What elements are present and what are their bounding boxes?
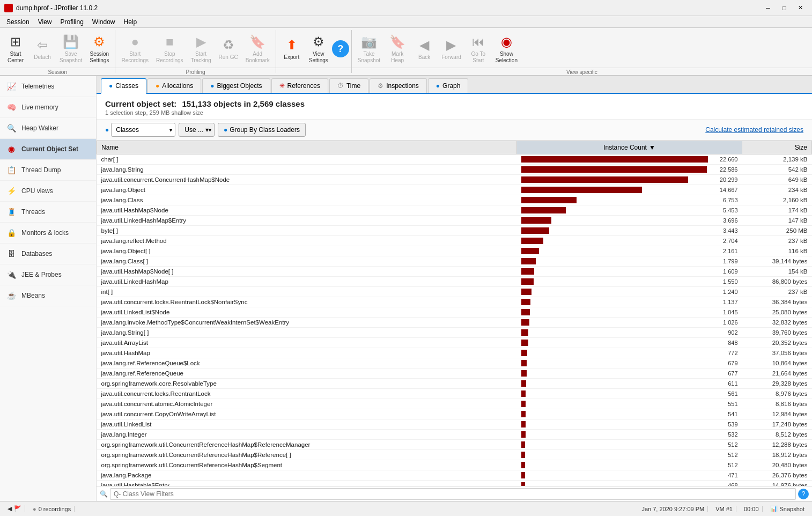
table-row[interactable]: int[ ]1,240237 kB — [97, 287, 812, 297]
table-row[interactable]: java.util.concurrent.locks.ReentrantLock… — [97, 297, 812, 307]
classes-select[interactable]: Classes — [111, 123, 175, 137]
sidebar-item-cpu-views[interactable]: ⚡ CPU views — [0, 181, 96, 202]
view-settings-button[interactable]: ⚙ ViewSettings — [305, 30, 332, 68]
sidebar-item-live-memory[interactable]: 🧠 Live memory — [0, 97, 96, 118]
table-row[interactable]: java.lang.Class[ ]1,79939,144 bytes — [97, 256, 812, 267]
main-layout: 📈 Telemetries 🧠 Live memory 🔍 Heap Walke… — [0, 76, 812, 501]
nav-flag-icon[interactable]: 🚩 — [14, 505, 21, 512]
table-row[interactable]: java.util.LinkedHashMap$Entry3,696147 kB — [97, 216, 812, 226]
table-row[interactable]: java.util.concurrent.CopyOnWriteArrayLis… — [97, 409, 812, 419]
row-size: 10,864 bytes — [742, 358, 812, 368]
table-row[interactable]: java.util.concurrent.locks.ReentrantLock… — [97, 389, 812, 399]
row-size: 12,288 bytes — [742, 440, 812, 450]
sidebar-item-mbeans[interactable]: ☕ MBeans — [0, 285, 96, 306]
go-to-start-button[interactable]: ⏮ Go ToStart — [465, 30, 492, 68]
group-by-class-loaders-button[interactable]: ● Group By Class Loaders — [218, 123, 306, 137]
menu-help[interactable]: Help — [120, 17, 142, 27]
add-bookmark-button[interactable]: 🔖 AddBookmark — [242, 30, 274, 68]
table-row[interactable]: java.lang.String[ ]90239,760 bytes — [97, 328, 812, 338]
help-button[interactable]: ? — [332, 40, 349, 57]
tab-references[interactable]: ✳ References — [271, 78, 328, 93]
run-gc-button[interactable]: ♻ Run GC — [215, 30, 242, 68]
mbeans-icon: ☕ — [5, 290, 17, 301]
table-row[interactable]: java.util.Hashtable$Entry46814,976 bytes — [97, 481, 812, 486]
row-count: 20,299 — [517, 175, 742, 185]
table-row[interactable]: java.lang.invoke.MethodType$ConcurrentWe… — [97, 318, 812, 328]
forward-button[interactable]: ▶ Forward — [438, 30, 465, 68]
table-row[interactable]: java.util.HashMap$Node[ ]1,609154 kB — [97, 267, 812, 277]
mark-heap-button[interactable]: 🔖 MarkHeap — [384, 30, 411, 68]
table-row[interactable]: java.util.HashMap77237,056 bytes — [97, 348, 812, 358]
stop-recordings-button[interactable]: ■ StopRecordings — [152, 30, 187, 68]
show-selection-button[interactable]: ◉ ShowSelection — [492, 30, 521, 68]
column-header-size[interactable]: Size — [742, 141, 812, 154]
table-row[interactable]: org.springframework.util.ConcurrentRefer… — [97, 440, 812, 450]
sidebar-item-jee-probes[interactable]: 🔌 JEE & Probes — [0, 264, 96, 285]
table-row[interactable]: java.util.concurrent.ConcurrentHashMap$N… — [97, 175, 812, 185]
tab-biggest-objects[interactable]: ● Biggest Objects — [202, 78, 270, 93]
tab-graph[interactable]: ● Graph — [428, 78, 469, 93]
sidebar-item-label: MBeans — [21, 292, 45, 299]
table-row[interactable]: java.lang.Integer5328,512 bytes — [97, 430, 812, 440]
maximize-button[interactable]: □ — [777, 3, 792, 13]
row-count: 22,586 — [517, 165, 742, 175]
table-row[interactable]: java.lang.ref.ReferenceQueue$Lock67910,8… — [97, 358, 812, 368]
table-row[interactable]: java.lang.reflect.Method2,704237 kB — [97, 236, 812, 246]
table-row[interactable]: org.springframework.util.ConcurrentRefer… — [97, 450, 812, 460]
filter-help-button[interactable]: ? — [798, 489, 809, 499]
tab-classes[interactable]: ● Classes — [101, 78, 146, 94]
menu-view[interactable]: View — [34, 17, 56, 27]
threads-icon: 🧵 — [5, 206, 17, 218]
table-row[interactable]: org.springframework.core.ResolvableType6… — [97, 379, 812, 389]
detach-button[interactable]: ⇦ Detach — [29, 30, 56, 68]
column-header-name[interactable]: Name — [97, 141, 517, 154]
table-row[interactable]: java.lang.Class6,7532,160 kB — [97, 195, 812, 205]
back-button[interactable]: ◀ Back — [411, 30, 438, 68]
sidebar-item-telemetries[interactable]: 📈 Telemetries — [0, 76, 96, 97]
tab-allocations[interactable]: ● Allocations — [147, 78, 201, 93]
start-tracking-button[interactable]: ▶ StartTracking — [187, 30, 215, 68]
table-row[interactable]: java.lang.Package47126,376 bytes — [97, 470, 812, 481]
table-row[interactable]: java.util.concurrent.atomic.AtomicIntege… — [97, 399, 812, 409]
calculate-retained-sizes-link[interactable]: Calculate estimated retained sizes — [705, 126, 803, 134]
sidebar-item-heap-walker[interactable]: 🔍 Heap Walker — [0, 118, 96, 139]
table-row[interactable]: char[ ]22,6602,139 kB — [97, 154, 812, 165]
sidebar-item-threads[interactable]: 🧵 Threads — [0, 202, 96, 223]
main-toolbar: ⊞ StartCenter ⇦ Detach 💾 SaveSnapshot ⚙ … — [0, 28, 812, 76]
column-header-instance-count[interactable]: Instance Count ▼ — [517, 141, 742, 154]
take-snapshot-button[interactable]: 📷 TakeSnapshot — [354, 30, 384, 68]
table-row[interactable]: java.lang.Object[ ]2,161116 kB — [97, 246, 812, 256]
menu-profiling[interactable]: Profiling — [56, 17, 88, 27]
filter-input[interactable] — [110, 488, 796, 500]
row-name: java.util.concurrent.locks.ReentrantLock — [97, 389, 517, 399]
table-row[interactable]: org.springframework.util.ConcurrentRefer… — [97, 460, 812, 470]
table-row[interactable]: java.util.LinkedHashMap1,55086,800 bytes — [97, 277, 812, 287]
start-recordings-button[interactable]: ● StartRecordings — [117, 30, 152, 68]
nav-back-icon[interactable]: ◀ — [8, 505, 12, 512]
sidebar-item-current-object-set[interactable]: ◉ Current Object Set — [0, 139, 96, 160]
session-settings-button[interactable]: ⚙ SessionSettings — [86, 30, 113, 68]
table-row[interactable]: java.lang.String22,586542 kB — [97, 165, 812, 175]
menu-session[interactable]: Session — [2, 17, 34, 27]
table-row[interactable]: byte[ ]3,443250 MB — [97, 226, 812, 236]
menu-window[interactable]: Window — [88, 17, 120, 27]
save-snapshot-button[interactable]: 💾 SaveSnapshot — [56, 30, 86, 68]
tab-time[interactable]: ⏱ Time — [329, 78, 368, 93]
class-table: Name Instance Count ▼ Size — [97, 141, 812, 486]
table-row[interactable]: java.lang.ref.ReferenceQueue67721,664 by… — [97, 368, 812, 379]
tab-inspections[interactable]: ⚙ Inspections — [370, 78, 427, 93]
table-row[interactable]: java.util.LinkedList53917,248 bytes — [97, 419, 812, 430]
table-row[interactable]: java.util.HashMap$Node5,453174 kB — [97, 205, 812, 216]
table-row[interactable]: java.util.ArrayList84820,352 bytes — [97, 338, 812, 348]
minimize-button[interactable]: ─ — [761, 3, 776, 13]
table-row[interactable]: java.lang.Object14,667234 kB — [97, 185, 812, 195]
export-button[interactable]: ⬆ Export — [278, 30, 305, 68]
viewspecific-group-label: View specific — [352, 68, 812, 76]
sidebar-item-thread-dump[interactable]: 📋 Thread Dump — [0, 160, 96, 181]
use-button[interactable]: Use ... ▾ — [179, 123, 215, 137]
sidebar-item-monitors-locks[interactable]: 🔒 Monitors & locks — [0, 223, 96, 244]
start-center-button[interactable]: ⊞ StartCenter — [2, 30, 29, 68]
sidebar-item-databases[interactable]: 🗄 Databases — [0, 244, 96, 264]
table-row[interactable]: java.util.LinkedList$Node1,04525,080 byt… — [97, 307, 812, 318]
close-button[interactable]: ✕ — [793, 3, 808, 13]
